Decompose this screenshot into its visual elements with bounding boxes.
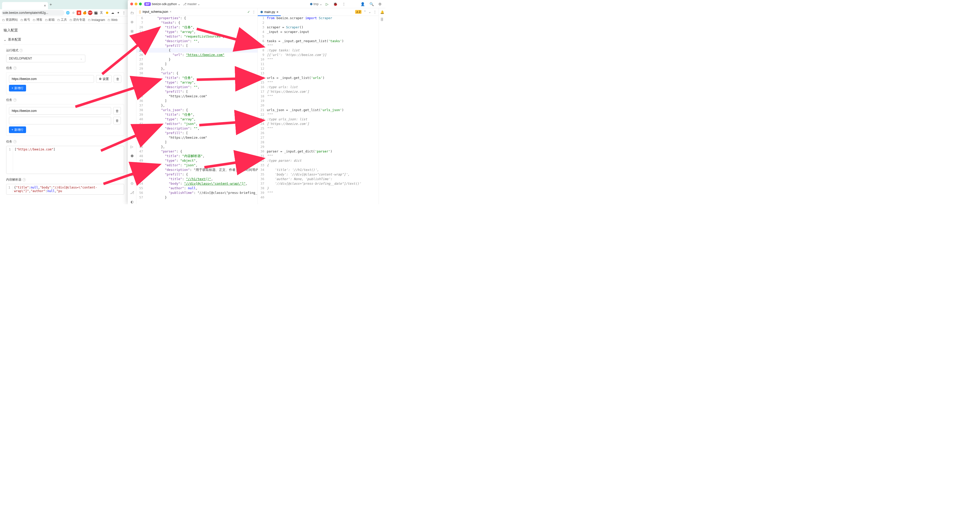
ext-icon-6[interactable]: ⬢: [105, 11, 109, 15]
task-url-input[interactable]: [9, 117, 111, 124]
tab-close-icon[interactable]: ×: [44, 3, 46, 8]
todo-icon[interactable]: ◐: [129, 199, 135, 204]
ext-icon-1[interactable]: ▦: [76, 11, 81, 15]
left-tool-strip: 🗀 ⊚ ⊞ ▷ ⬢ ⬚ ▣ ⊙ ⎇ ◐: [128, 8, 137, 204]
bookmark-item[interactable]: 🗀Web: [108, 18, 117, 22]
chevron-down-icon: ⌄: [3, 38, 6, 41]
folder-icon: 🗀: [21, 18, 24, 22]
editor-tab[interactable]: {} input_schema.json ×: [137, 8, 174, 16]
branch-selector[interactable]: ⎇ master ⌄: [183, 2, 200, 6]
debug-button[interactable]: 🐞: [332, 2, 339, 6]
problems-icon[interactable]: ⊙: [129, 181, 135, 186]
translate-icon[interactable]: 🌐: [65, 11, 70, 15]
notifications-icon[interactable]: 🔔: [380, 10, 384, 14]
help-icon[interactable]: ?: [13, 140, 17, 143]
commit-tool-icon[interactable]: ⊚: [129, 19, 135, 24]
python-console-icon[interactable]: ⬢: [129, 153, 135, 158]
run-mode-select[interactable]: DEVELOPMENT⌄: [6, 55, 85, 62]
json-editor[interactable]: 1 ["https://beeize.com"]: [6, 146, 124, 174]
ext-menu-icon[interactable]: ⋮: [122, 11, 126, 15]
gear-icon: ⚙: [99, 77, 102, 81]
editor-tab[interactable]: ⬢ main.py: [258, 8, 281, 16]
ide-titlebar: BP beeize-sdk-python ⌄ ⎇ master ⌄ ⬢tmp⌄ …: [128, 0, 385, 8]
project-badge: BP: [144, 2, 151, 6]
task-label: 任务?: [6, 140, 124, 144]
ext-icon-5[interactable]: 文: [99, 11, 104, 15]
basic-config-accordion[interactable]: ⌄ 基本配置: [3, 35, 124, 45]
browser-tab[interactable]: ×: [2, 2, 48, 9]
ext-icon-4[interactable]: 🎬: [94, 11, 98, 15]
run-button[interactable]: ▷: [325, 2, 329, 6]
services-icon[interactable]: ⬚: [129, 162, 135, 168]
task-url-input[interactable]: [9, 75, 94, 83]
close-window-icon[interactable]: [130, 3, 133, 5]
ext-icon-2[interactable]: 🍊: [82, 11, 87, 15]
more-actions-icon[interactable]: ⋮: [341, 2, 347, 6]
project-tool-icon[interactable]: 🗀: [129, 10, 135, 15]
modified-indicator-icon: [277, 11, 278, 13]
trash-icon: 🗑: [116, 119, 119, 122]
bookmark-item[interactable]: 🗀资源网站: [2, 17, 18, 22]
add-row-button[interactable]: +新增行: [9, 126, 26, 133]
star-icon[interactable]: ☆: [71, 11, 76, 15]
bookmark-item[interactable]: 🗀账号: [21, 17, 30, 22]
code-editor[interactable]: 1from beeize.scraper import Scraper23scr…: [258, 16, 379, 204]
run-tool-icon[interactable]: ▷: [129, 144, 135, 149]
branch-icon: ⎇: [183, 2, 186, 6]
close-tab-icon[interactable]: ×: [170, 10, 172, 14]
more-tabs-icon[interactable]: ⋮: [252, 10, 256, 14]
delete-button[interactable]: 🗑: [114, 75, 121, 83]
window-controls[interactable]: [130, 3, 142, 5]
url-input[interactable]: [2, 10, 64, 16]
bookmark-item[interactable]: 🗀Instagram: [88, 18, 105, 22]
address-bar: 🌐 ☆ ▦ 🍊 ABP 🎬 文 ⬢ ☁ ✦ ⋮: [0, 9, 128, 16]
project-selector[interactable]: BP beeize-sdk-python ⌄: [144, 2, 180, 6]
warnings-badge[interactable]: ⚠2: [355, 10, 361, 14]
analysis-ok-icon[interactable]: ✓: [247, 10, 250, 14]
more-tabs-icon[interactable]: ⋮: [373, 10, 377, 14]
vcs-icon[interactable]: ⎇: [129, 190, 135, 195]
delete-button[interactable]: 🗑: [113, 107, 121, 115]
account-icon[interactable]: 👤: [360, 2, 366, 6]
ext-icon-3[interactable]: ABP: [88, 11, 92, 15]
new-tab-button[interactable]: +: [49, 2, 52, 7]
plus-icon: +: [11, 86, 13, 90]
maximize-window-icon[interactable]: [139, 3, 142, 5]
bookmark-item[interactable]: 🗀逆向专题: [70, 17, 85, 22]
parser-label: 内容解析器?: [6, 178, 124, 182]
minimize-window-icon[interactable]: [135, 3, 137, 5]
chevron-down-icon[interactable]: ⌄: [368, 10, 371, 14]
run-config-selector[interactable]: ⬢tmp⌄: [310, 2, 322, 6]
python-file-icon: ⬢: [260, 10, 263, 14]
help-icon[interactable]: ?: [13, 67, 17, 70]
structure-tool-icon[interactable]: ⊞: [129, 29, 135, 34]
chevron-up-icon[interactable]: ⌃: [364, 10, 366, 14]
editor-right-pane: ⬢ main.py ⚠2 ⌃ ⌄ ⋮ 1from beeize.scraper …: [258, 8, 379, 204]
folder-icon: 🗀: [57, 18, 60, 22]
trash-icon: 🗑: [116, 109, 119, 113]
chevron-down-icon: ⌄: [178, 2, 180, 6]
add-row-button[interactable]: +新增行: [9, 85, 26, 91]
plus-icon: +: [11, 128, 13, 132]
database-tool-icon[interactable]: 🗄: [380, 17, 384, 21]
json-editor[interactable]: 1 {"title":null,"body":"//div[@class=\"c…: [6, 184, 124, 195]
ext-icon-8[interactable]: ✦: [116, 11, 121, 15]
bookmark-item[interactable]: 🗀工具: [57, 17, 67, 22]
settings-icon[interactable]: ⚙: [377, 2, 383, 6]
help-icon[interactable]: ?: [13, 99, 17, 102]
settings-button[interactable]: ⚙设置: [96, 75, 111, 83]
ext-icon-7[interactable]: ☁: [110, 11, 115, 15]
folder-icon: 🗀: [108, 18, 111, 22]
bookmark-item[interactable]: 🗀博客: [33, 17, 42, 22]
delete-button[interactable]: 🗑: [113, 117, 121, 124]
help-icon[interactable]: ?: [19, 49, 23, 52]
code-editor[interactable]: 6 "properties": {7 "tasks": {20 "title":…: [137, 16, 258, 204]
ide-window: BP beeize-sdk-python ⌄ ⎇ master ⌄ ⬢tmp⌄ …: [128, 0, 385, 204]
task-url-input[interactable]: [9, 107, 111, 115]
json-file-icon: {}: [139, 10, 141, 14]
bookmark-item[interactable]: 🗀邮箱: [45, 17, 55, 22]
help-icon[interactable]: ?: [22, 178, 26, 181]
terminal-icon[interactable]: ▣: [129, 172, 135, 177]
folder-icon: 🗀: [33, 18, 36, 22]
search-icon[interactable]: 🔍: [368, 2, 375, 6]
